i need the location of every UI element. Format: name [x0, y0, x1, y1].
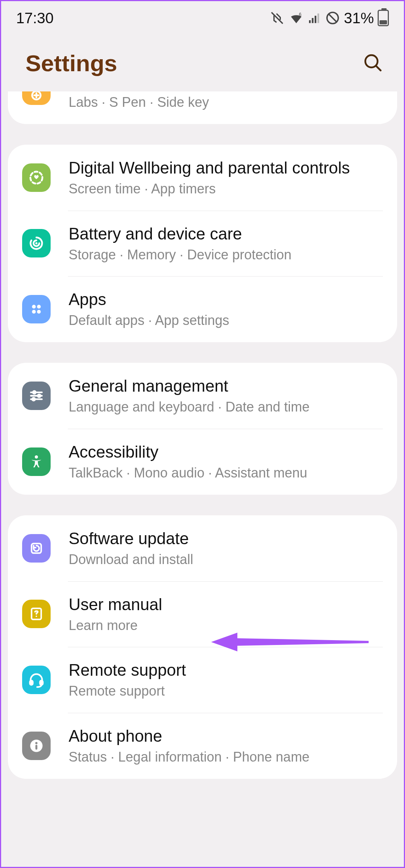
status-bar: 17:30 6 31% [1, 1, 404, 35]
svg-rect-25 [35, 745, 37, 750]
settings-item-subtitle: Default apps · App settings [69, 312, 383, 329]
settings-item-title: Software update [69, 528, 383, 549]
svg-point-24 [35, 742, 38, 744]
settings-item-title: Digital Wellbeing and parental controls [69, 157, 383, 178]
accessibility-icon [22, 447, 51, 476]
settings-item-user-manual[interactable]: User manual Learn more [8, 581, 397, 647]
sliders-icon [22, 382, 51, 410]
headset-icon [22, 666, 51, 694]
settings-item-general[interactable]: General management Language and keyboard… [8, 363, 397, 429]
svg-point-11 [37, 305, 41, 309]
settings-item-title: Apps [69, 289, 383, 310]
svg-rect-1 [309, 20, 311, 23]
settings-item-subtitle: Remote support [69, 682, 383, 700]
settings-group: Digital Wellbeing and parental controls … [8, 145, 397, 342]
settings-item-subtitle: Status · Legal information · Phone name [69, 748, 383, 766]
settings-item-subtitle: Storage · Memory · Device protection [69, 246, 383, 264]
settings-group: Labs · S Pen · Side key [8, 91, 397, 124]
svg-point-12 [32, 310, 36, 314]
settings-item-battery-care[interactable]: Battery and device care Storage · Memory… [8, 211, 397, 277]
svg-text:6: 6 [299, 12, 302, 17]
svg-point-9 [35, 242, 38, 245]
settings-group: General management Language and keyboard… [8, 363, 397, 495]
gear-plus-icon [22, 91, 51, 105]
settings-item-title: Battery and device care [69, 223, 383, 244]
signal-icon [308, 11, 321, 25]
vibrate-icon [270, 10, 285, 25]
svg-point-16 [32, 398, 35, 401]
svg-point-15 [38, 394, 40, 397]
svg-point-13 [37, 310, 41, 314]
settings-item-software-update[interactable]: Software update Download and install [8, 515, 397, 581]
battery-percent: 31% [344, 10, 374, 27]
status-time: 17:30 [16, 10, 54, 27]
device-care-icon [22, 229, 51, 257]
wellbeing-icon [22, 163, 51, 192]
apps-icon [22, 295, 51, 323]
settings-item-subtitle: TalkBack · Mono audio · Assistant menu [69, 464, 383, 482]
settings-item-title: User manual [69, 594, 383, 615]
settings-item-remote-support[interactable]: Remote support Remote support [8, 647, 397, 713]
svg-point-14 [33, 391, 36, 394]
settings-item-title: About phone [69, 726, 383, 746]
settings-item-subtitle: Learn more [69, 617, 383, 635]
svg-rect-2 [312, 18, 314, 23]
settings-item-subtitle: Screen time · App timers [69, 180, 383, 198]
update-icon [22, 534, 51, 563]
svg-point-17 [35, 455, 38, 458]
settings-item-wellbeing[interactable]: Digital Wellbeing and parental controls … [8, 145, 397, 211]
settings-item-accessibility[interactable]: Accessibility TalkBack · Mono audio · As… [8, 429, 397, 495]
svg-rect-3 [315, 16, 316, 23]
battery-icon [378, 10, 389, 26]
manual-icon [22, 600, 51, 628]
settings-item-subtitle: Labs · S Pen · Side key [69, 94, 383, 111]
svg-point-20 [36, 616, 37, 617]
no-entry-icon [325, 10, 340, 25]
settings-item-subtitle: Language and keyboard · Date and time [69, 398, 383, 416]
settings-item-apps[interactable]: Apps Default apps · App settings [8, 276, 397, 342]
svg-rect-4 [317, 13, 319, 23]
wifi-icon: 6 [288, 10, 304, 26]
status-right: 6 31% [270, 10, 389, 27]
settings-group: Software update Download and install Use… [8, 515, 397, 779]
svg-point-10 [32, 305, 36, 309]
settings-item-title: General management [69, 376, 383, 396]
search-icon[interactable] [362, 52, 383, 75]
settings-item-title: Remote support [69, 660, 383, 680]
svg-rect-21 [30, 681, 33, 685]
settings-item-about-phone[interactable]: About phone Status · Legal information ·… [8, 713, 397, 779]
header: Settings [1, 35, 404, 91]
settings-item-advanced[interactable]: Labs · S Pen · Side key [8, 91, 397, 124]
info-icon [22, 732, 51, 760]
settings-item-title: Accessibility [69, 441, 383, 462]
page-title: Settings [26, 50, 117, 76]
settings-item-subtitle: Download and install [69, 551, 383, 569]
